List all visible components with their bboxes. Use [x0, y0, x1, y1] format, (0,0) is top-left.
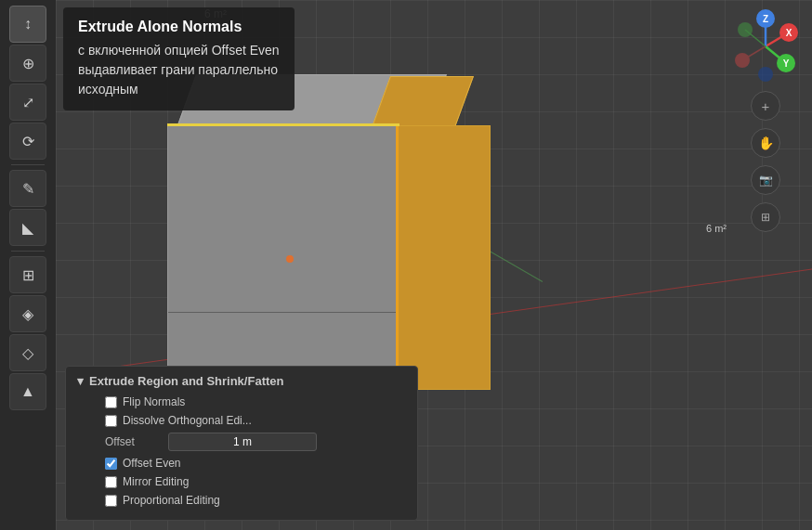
rotate-tool-button[interactable]: ⟳ — [9, 123, 46, 160]
mirror-editing-checkbox[interactable] — [105, 476, 117, 488]
area-label-right: 6 m² — [706, 223, 727, 234]
right-panel: X Y Z + ✋ 📷 ⊞ — [728, 9, 803, 232]
svg-text:Z: Z — [763, 14, 768, 24]
left-toolbar: ↕ ⊕ ⤢ ⟳ ✎ ◣ ⊞ ◈ ◇ ▲ — [0, 0, 56, 530]
bevel-button[interactable]: ▲ — [9, 373, 46, 410]
move-tool-button[interactable]: ↕ — [9, 6, 46, 43]
mirror-editing-label: Mirror Editing — [123, 475, 189, 488]
dissolve-label: Dissolve Orthogonal Edi... — [123, 414, 252, 427]
flip-normals-row: Flip Normals — [77, 395, 406, 408]
proportional-editing-row: Proportional Editing — [77, 494, 406, 507]
plus-icon: + — [762, 98, 770, 114]
inset-icon: ◇ — [22, 344, 33, 362]
viewport[interactable]: 6 m² 6 m² X Y Z + — [56, 0, 812, 530]
collapse-icon[interactable]: ▾ — [77, 374, 84, 388]
add-cube-button[interactable]: ⊞ — [9, 256, 46, 293]
offset-input[interactable] — [168, 433, 317, 451]
mirror-editing-row: Mirror Editing — [77, 475, 406, 488]
props-title: Extrude Region and Shrink/Fatten — [89, 374, 283, 388]
extrude-icon: ◈ — [22, 305, 33, 323]
navigation-gizmo[interactable]: X Y Z — [728, 9, 803, 84]
tooltip-line3: исходным — [78, 82, 138, 97]
offset-label: Offset — [105, 435, 161, 448]
properties-panel: ▾ Extrude Region and Shrink/Fatten Flip … — [65, 366, 418, 521]
transform-icon: ⤢ — [22, 94, 34, 111]
svg-point-13 — [738, 22, 753, 37]
tooltip-line1: с включенной опцией Offset Even — [78, 43, 280, 58]
transform-tool-button[interactable]: ⤢ — [9, 84, 46, 121]
rotate-icon: ⟳ — [22, 133, 34, 150]
svg-point-12 — [758, 67, 773, 82]
dissolve-row: Dissolve Orthogonal Edi... — [77, 414, 406, 427]
add-button[interactable]: + — [751, 91, 780, 121]
cursor-tool-button[interactable]: ⊕ — [9, 45, 46, 82]
measure-tool-button[interactable]: ◣ — [9, 209, 46, 246]
tooltip-title: Extrude Alone Normals — [78, 19, 280, 35]
proportional-editing-checkbox[interactable] — [105, 495, 117, 507]
tooltip-body: с включенной опцией Offset Even выдавлив… — [78, 41, 280, 99]
svg-point-11 — [735, 53, 750, 68]
measure-icon: ◣ — [22, 219, 33, 237]
cube-top-edge — [167, 123, 399, 126]
offset-even-checkbox[interactable] — [105, 458, 117, 470]
flip-normals-checkbox[interactable] — [105, 396, 117, 408]
cube-subdivision-line — [168, 312, 399, 313]
bevel-icon: ▲ — [20, 383, 35, 400]
props-panel-header: ▾ Extrude Region and Shrink/Fatten — [77, 374, 406, 388]
grid-button[interactable]: ⊞ — [751, 202, 780, 232]
cube-front-face — [167, 125, 399, 390]
offset-even-row: Offset Even — [77, 457, 406, 470]
offset-row: Offset — [77, 433, 406, 451]
add-cube-icon: ⊞ — [22, 266, 34, 284]
svg-text:X: X — [786, 28, 792, 38]
cube-right-face — [398, 125, 491, 390]
origin-dot — [286, 255, 294, 263]
camera-icon: 📷 — [759, 174, 773, 187]
pan-button[interactable]: ✋ — [751, 128, 780, 158]
separator-2 — [11, 251, 45, 252]
cube-right-edge — [396, 125, 399, 390]
dissolve-checkbox[interactable] — [105, 415, 117, 427]
move-icon: ↕ — [24, 16, 32, 32]
svg-text:Y: Y — [783, 58, 790, 69]
proportional-editing-label: Proportional Editing — [123, 494, 220, 507]
cube-right-top-face — [372, 76, 474, 127]
annotate-icon: ✎ — [22, 180, 34, 198]
flip-normals-label: Flip Normals — [123, 395, 185, 408]
camera-button[interactable]: 📷 — [751, 165, 780, 195]
offset-even-label: Offset Even — [123, 457, 180, 470]
3d-cube — [167, 74, 474, 399]
cursor-icon: ⊕ — [22, 55, 34, 72]
grid-icon: ⊞ — [761, 211, 770, 224]
tooltip-box: Extrude Alone Normals с включенной опцие… — [63, 7, 295, 110]
tooltip-line2: выдавливает грани параллельно — [78, 62, 278, 77]
annotate-tool-button[interactable]: ✎ — [9, 170, 46, 207]
hand-icon: ✋ — [758, 136, 774, 150]
inset-button[interactable]: ◇ — [9, 334, 46, 371]
extrude-button[interactable]: ◈ — [9, 295, 46, 332]
separator-1 — [11, 164, 45, 165]
